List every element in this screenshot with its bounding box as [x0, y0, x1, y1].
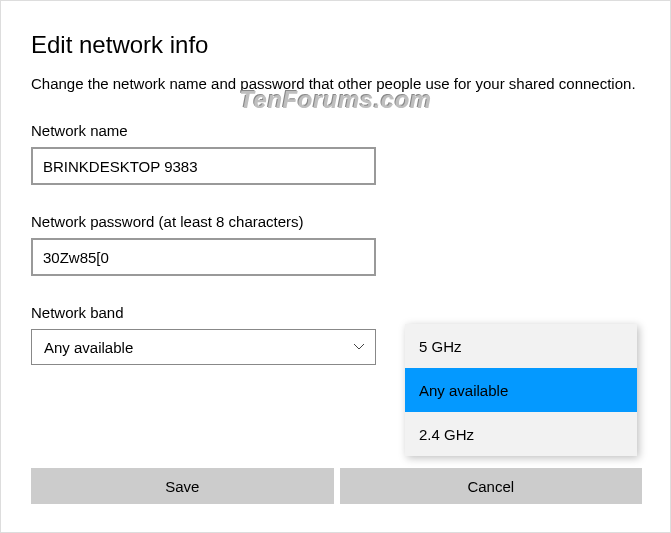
cancel-button[interactable]: Cancel — [340, 468, 643, 504]
network-band-dropdown: 5 GHz Any available 2.4 GHz — [405, 324, 637, 456]
dropdown-option-any[interactable]: Any available — [405, 368, 637, 412]
network-band-select[interactable]: Any available — [31, 329, 376, 365]
dropdown-option-5ghz[interactable]: 5 GHz — [405, 324, 637, 368]
network-password-label: Network password (at least 8 characters) — [31, 213, 640, 230]
chevron-down-icon — [353, 343, 365, 351]
button-row: Save Cancel — [31, 468, 642, 532]
network-name-input[interactable] — [31, 147, 376, 185]
network-name-group: Network name — [31, 122, 640, 185]
page-description: Change the network name and password tha… — [31, 73, 640, 94]
network-password-input[interactable] — [31, 238, 376, 276]
network-password-group: Network password (at least 8 characters) — [31, 213, 640, 276]
save-button[interactable]: Save — [31, 468, 334, 504]
network-band-label: Network band — [31, 304, 640, 321]
network-band-value: Any available — [44, 339, 133, 356]
page-title: Edit network info — [31, 31, 640, 59]
dropdown-option-24ghz[interactable]: 2.4 GHz — [405, 412, 637, 456]
network-name-label: Network name — [31, 122, 640, 139]
